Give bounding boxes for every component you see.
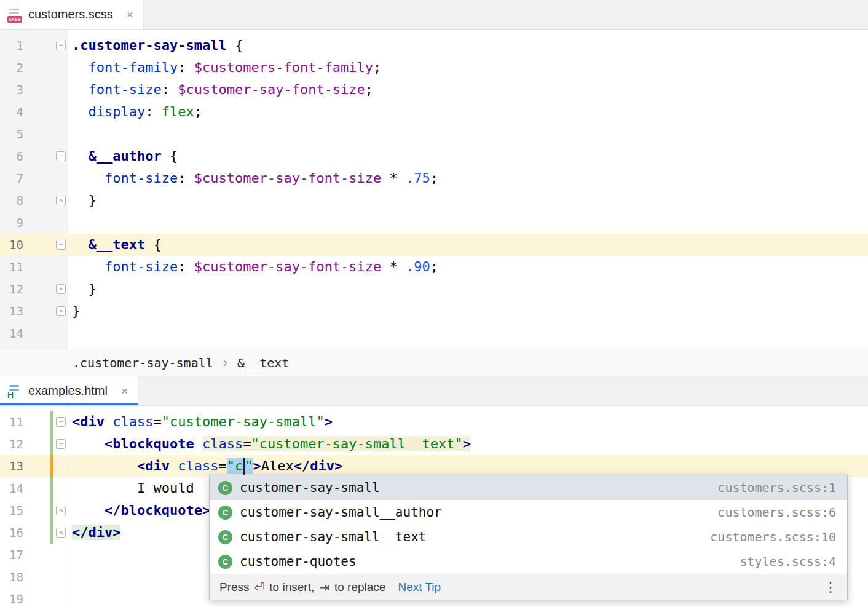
code-line[interactable]: 1.customer-say-small { — [0, 34, 868, 57]
code-token: > — [253, 458, 261, 474]
breadcrumb-item-selector[interactable]: .customer-say-small — [73, 355, 213, 370]
code-text: display: flex; — [68, 101, 202, 123]
code-line[interactable]: 8 } — [0, 189, 868, 212]
fold-end-icon[interactable] — [56, 284, 66, 294]
code-token: font-family — [89, 60, 178, 75]
html-file-icon: H — [7, 383, 22, 399]
code-line[interactable]: 7 font-size: $customer-say-font-size * .… — [0, 167, 868, 189]
code-line[interactable]: 14 — [0, 322, 868, 344]
css-class-icon: C — [218, 530, 232, 544]
breadcrumb-item-nested-selector[interactable]: &__text — [237, 355, 289, 370]
gutter: 6 — [0, 145, 68, 167]
gutter-separator — [68, 406, 68, 607]
code-line[interactable]: 9 — [0, 212, 868, 234]
completion-label: customer-quotes — [240, 554, 357, 569]
code-text — [68, 123, 72, 145]
close-tab-icon[interactable]: × — [127, 8, 133, 22]
code-token: <div — [72, 414, 105, 429]
scss-editor[interactable]: 1.customer-say-small {2 font-family: $cu… — [0, 30, 868, 349]
breadcrumb-separator-icon: › — [223, 355, 227, 371]
code-token: { — [162, 148, 178, 164]
code-line[interactable]: 12 } — [0, 278, 868, 300]
line-number: 11 — [0, 411, 23, 433]
code-line[interactable]: 11<div class="customer-say-small"> — [0, 411, 868, 433]
code-token — [72, 148, 89, 164]
gutter: 13 — [0, 455, 68, 477]
line-number: 17 — [0, 544, 23, 566]
completion-item[interactable]: Ccustomer-say-small__textcustomers.scss:… — [210, 525, 847, 549]
next-tip-link[interactable]: Next Tip — [398, 581, 441, 594]
completion-item[interactable]: Ccustomer-say-smallcustomers.scss:1 — [210, 475, 847, 500]
code-token — [72, 60, 89, 75]
code-line[interactable]: 3 font-size: $customer-say-font-size; — [0, 79, 868, 101]
code-token: </div> — [294, 458, 342, 474]
breadcrumb: .customer-say-small › &__text — [0, 349, 868, 376]
code-text: I would — [68, 477, 202, 499]
fold-collapse-icon[interactable] — [56, 151, 66, 161]
line-number: 19 — [0, 588, 23, 607]
html-icon-label: H — [7, 391, 14, 399]
fold-collapse-icon[interactable] — [56, 417, 66, 427]
vcs-added-marker — [50, 477, 53, 499]
code-token — [72, 259, 105, 274]
code-token: I would — [72, 480, 202, 496]
code-token: = — [218, 458, 226, 474]
line-number: 2 — [0, 57, 23, 79]
code-token: * — [381, 170, 406, 186]
code-line[interactable]: 4 display: flex; — [0, 101, 868, 123]
code-token: $customers-font-family — [194, 60, 373, 75]
code-line[interactable]: 13} — [0, 300, 868, 322]
fold-collapse-icon[interactable] — [56, 240, 66, 250]
code-token — [72, 170, 105, 186]
code-line[interactable]: 6 &__author { — [0, 145, 868, 167]
completion-location: customers.scss:6 — [717, 505, 836, 520]
code-line[interactable]: 5 — [0, 123, 868, 145]
line-number: 8 — [0, 189, 23, 212]
completion-item[interactable]: Ccustomer-quotesstyles.scss:4 — [210, 549, 847, 574]
close-tab-icon[interactable]: × — [121, 384, 128, 398]
code-line[interactable]: 12 <blockquote class="customer-say-small… — [0, 433, 868, 455]
tab-examples-html[interactable]: H examples.html × — [0, 376, 138, 405]
code-line[interactable]: 10 &__text { — [0, 234, 868, 256]
fold-collapse-icon[interactable] — [56, 439, 66, 449]
code-token: <blockquote — [105, 436, 194, 451]
code-text: <blockquote class="customer-say-small__t… — [68, 433, 471, 455]
gutter: 11 — [0, 411, 68, 433]
gutter: 3 — [0, 79, 68, 101]
code-text — [68, 566, 72, 588]
footer-text: to replace — [334, 581, 385, 594]
code-token: : — [145, 104, 162, 119]
tabbar-top: SASS customers.scss × — [0, 0, 868, 30]
footer-text: to insert, — [269, 581, 314, 594]
code-line[interactable]: 13 <div class="c">Alex</div> — [0, 455, 868, 477]
fold-end-icon[interactable] — [56, 196, 66, 205]
code-token: </div> — [72, 525, 120, 540]
tab-key-icon: ⇥ — [319, 580, 329, 595]
gutter: 15 — [0, 499, 68, 522]
gutter: 12 — [0, 278, 68, 300]
completion-location: customers.scss:10 — [710, 530, 836, 544]
code-line[interactable]: 11 font-size: $customer-say-font-size * … — [0, 256, 868, 278]
fold-end-icon[interactable] — [56, 506, 66, 515]
code-text — [68, 544, 72, 566]
gutter-separator — [68, 30, 68, 349]
more-options-icon[interactable]: ⋮ — [824, 579, 837, 595]
code-line[interactable]: 2 font-family: $customers-font-family; — [0, 57, 868, 79]
completion-item[interactable]: Ccustomer-say-small__authorcustomers.scs… — [210, 500, 847, 525]
gutter: 17 — [0, 544, 68, 566]
vcs-added-marker — [50, 411, 53, 433]
code-token: $customer-say-font-size — [194, 170, 382, 186]
completion-label: customer-say-small — [240, 480, 380, 495]
tab-customers-scss[interactable]: SASS customers.scss × — [0, 0, 144, 29]
code-token: ; — [373, 60, 381, 75]
code-text: font-family: $customers-font-family; — [68, 57, 381, 79]
fold-end-icon[interactable] — [56, 528, 66, 538]
code-text: font-size: $customer-say-font-size * .75… — [68, 167, 438, 189]
line-number: 14 — [0, 477, 23, 499]
code-text — [68, 588, 72, 607]
code-token: : — [162, 82, 178, 97]
fold-collapse-icon[interactable] — [56, 41, 66, 50]
fold-end-icon[interactable] — [56, 306, 66, 316]
code-text: <div class="customer-say-small"> — [68, 411, 333, 433]
code-token — [72, 502, 105, 518]
